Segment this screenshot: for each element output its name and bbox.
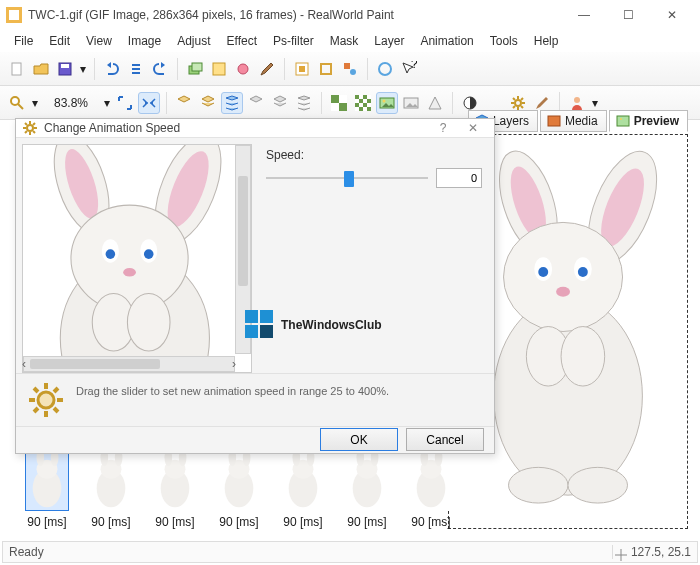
- checker1-icon[interactable]: [328, 92, 350, 114]
- tab-media[interactable]: Media: [540, 110, 607, 132]
- select-icon[interactable]: [291, 58, 313, 80]
- mask-icon[interactable]: [400, 92, 422, 114]
- menu-mask[interactable]: Mask: [324, 32, 365, 50]
- dialog-preview-hscroll[interactable]: ‹›: [23, 356, 235, 372]
- fit-icon[interactable]: [114, 92, 136, 114]
- svg-rect-4: [61, 64, 69, 68]
- menu-view[interactable]: View: [80, 32, 118, 50]
- menu-adjust[interactable]: Adjust: [171, 32, 216, 50]
- svg-rect-2: [12, 63, 21, 75]
- redo-icon[interactable]: [149, 58, 171, 80]
- save-icon[interactable]: [54, 58, 76, 80]
- titlebar: TWC-1.gif (GIF Image, 286x364 pixels, 16…: [0, 0, 700, 30]
- new-icon[interactable]: [6, 58, 28, 80]
- menu-layer[interactable]: Layer: [368, 32, 410, 50]
- layer-style-icon[interactable]: [208, 58, 230, 80]
- grid3b-icon[interactable]: [293, 92, 315, 114]
- grid2-icon[interactable]: [197, 92, 219, 114]
- watermark: TheWindowsClub: [245, 310, 382, 340]
- watermark-logo-icon: [245, 310, 275, 340]
- frame-5[interactable]: 90 [ms]: [278, 451, 328, 529]
- dialog-help-button[interactable]: ?: [428, 121, 458, 135]
- frame-3[interactable]: 90 [ms]: [150, 451, 200, 529]
- svg-rect-6: [192, 63, 202, 71]
- dialog-preview: ‹›: [22, 144, 252, 373]
- open-icon[interactable]: [30, 58, 52, 80]
- picker-icon[interactable]: [374, 58, 396, 80]
- alpha-icon[interactable]: [424, 92, 446, 114]
- svg-point-79: [71, 205, 188, 312]
- menu-ps-filter[interactable]: Ps-filter: [267, 32, 320, 50]
- speed-value-input[interactable]: [436, 168, 482, 188]
- preview-icon: [616, 114, 630, 128]
- svg-point-14: [379, 63, 391, 75]
- grid1-icon[interactable]: [173, 92, 195, 114]
- frame-1[interactable]: 90 [ms]: [22, 451, 72, 529]
- menu-help[interactable]: Help: [528, 32, 565, 50]
- frame-4[interactable]: 90 [ms]: [214, 451, 264, 529]
- fx-icon[interactable]: [232, 58, 254, 80]
- zoom-icon[interactable]: [6, 92, 28, 114]
- tab-preview[interactable]: Preview: [609, 110, 688, 132]
- menu-effect[interactable]: Effect: [221, 32, 263, 50]
- app-icon: [6, 7, 22, 23]
- menu-edit[interactable]: Edit: [43, 32, 76, 50]
- grid1b-icon[interactable]: [245, 92, 267, 114]
- svg-point-26: [574, 97, 580, 103]
- frame-6[interactable]: 90 [ms]: [342, 451, 392, 529]
- svg-rect-28: [617, 116, 629, 126]
- menubar: File Edit View Image Adjust Effect Ps-fi…: [0, 30, 700, 52]
- svg-point-86: [127, 293, 170, 351]
- minimize-button[interactable]: —: [562, 0, 606, 30]
- help-cursor-icon[interactable]: ?: [398, 58, 420, 80]
- statusbar: Ready 127.5, 25.1: [2, 541, 698, 563]
- menu-tools[interactable]: Tools: [484, 32, 524, 50]
- svg-point-44: [561, 327, 605, 387]
- menu-image[interactable]: Image: [122, 32, 167, 50]
- frame-1-ms: 90 [ms]: [27, 515, 66, 529]
- svg-point-35: [504, 222, 623, 331]
- svg-text:?: ?: [411, 61, 417, 71]
- svg-rect-19: [339, 103, 347, 111]
- svg-point-25: [515, 100, 521, 106]
- dialog-change-animation-speed: Change Animation Speed ? ✕ ‹› Speed:: [15, 118, 495, 454]
- svg-point-84: [123, 268, 136, 277]
- dialog-hint: Drag the slider to set new animation spe…: [16, 373, 494, 427]
- frame-7[interactable]: 90 [ms]: [406, 451, 456, 529]
- svg-point-73: [27, 125, 33, 131]
- window-title: TWC-1.gif (GIF Image, 286x364 pixels, 16…: [22, 8, 562, 22]
- layer-new-icon[interactable]: [184, 58, 206, 80]
- menu-animation[interactable]: Animation: [414, 32, 479, 50]
- status-coord: 127.5, 25.1: [612, 545, 691, 559]
- shape-icon[interactable]: [339, 58, 361, 80]
- frame-2-ms: 90 [ms]: [91, 515, 130, 529]
- crop-icon[interactable]: [315, 58, 337, 80]
- frame-2[interactable]: 90 [ms]: [86, 451, 136, 529]
- speed-slider[interactable]: [266, 169, 428, 187]
- hint-gear-icon: [26, 380, 66, 420]
- img-icon[interactable]: [376, 92, 398, 114]
- undo-list-icon[interactable]: [125, 58, 147, 80]
- ok-button[interactable]: OK: [320, 428, 398, 451]
- maximize-button[interactable]: ☐: [606, 0, 650, 30]
- menu-file[interactable]: File: [8, 32, 39, 50]
- close-button[interactable]: ✕: [650, 0, 694, 30]
- save-dropdown-icon[interactable]: ▾: [78, 58, 88, 80]
- grid2b-icon[interactable]: [269, 92, 291, 114]
- svg-rect-1: [9, 10, 19, 20]
- dialog-title: Change Animation Speed: [44, 121, 428, 135]
- frame-5-ms: 90 [ms]: [283, 515, 322, 529]
- zoom-dropdown-icon[interactable]: ▾: [30, 92, 40, 114]
- svg-point-39: [578, 267, 588, 277]
- zoom-value-dropdown-icon[interactable]: ▾: [102, 92, 112, 114]
- dialog-close-button[interactable]: ✕: [458, 121, 488, 135]
- grid3-icon[interactable]: [221, 92, 243, 114]
- cancel-button[interactable]: Cancel: [406, 428, 484, 451]
- svg-point-41: [509, 467, 569, 503]
- undo-icon[interactable]: [101, 58, 123, 80]
- checker2-icon[interactable]: [352, 92, 374, 114]
- brush-icon[interactable]: [256, 58, 278, 80]
- svg-rect-90: [245, 325, 258, 338]
- zoom-value[interactable]: 83.8%: [44, 96, 98, 110]
- 1to1-icon[interactable]: [138, 92, 160, 114]
